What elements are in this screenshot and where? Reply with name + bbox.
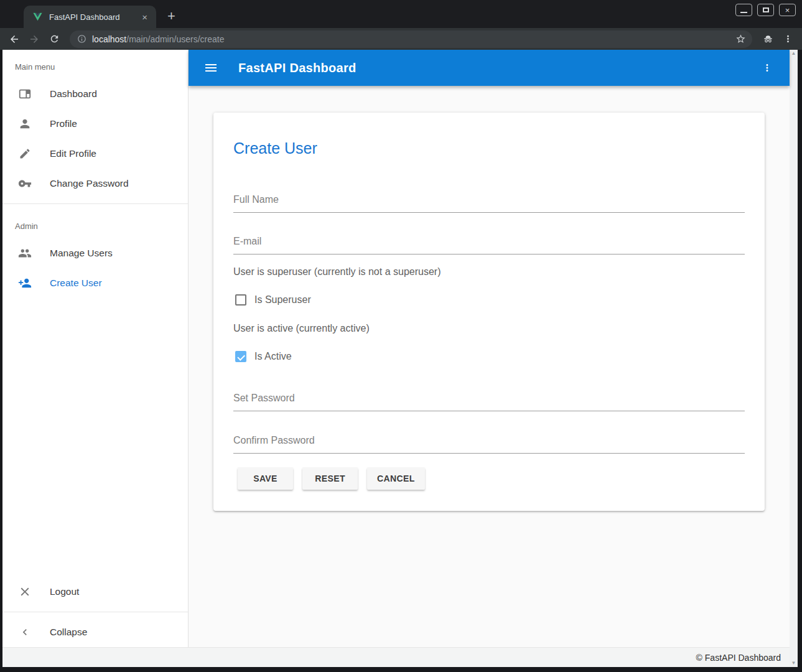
appbar: FastAPI Dashboard: [189, 50, 790, 86]
cancel-button[interactable]: CANCEL: [367, 467, 425, 490]
checkbox-label: Is Superuser: [254, 294, 311, 306]
browser-toolbar: localhost/main/admin/users/create: [0, 28, 802, 50]
sidebar-item-logout[interactable]: Logout: [2, 577, 188, 607]
dashboard-icon: [17, 86, 32, 101]
sidebar-section-main-menu: Main menu: [2, 50, 188, 79]
sidebar-item-label: Logout: [50, 586, 79, 597]
email-field: [233, 235, 745, 254]
tab-title: FastAPI Dashboard: [49, 12, 134, 22]
page-content: Create User User is superuser (currently…: [189, 86, 790, 647]
sidebar-item-edit-profile[interactable]: Edit Profile: [2, 139, 188, 169]
window-minimize-button[interactable]: [735, 4, 752, 16]
appbar-menu-button[interactable]: [756, 57, 778, 79]
url-path: /main/admin/users/create: [126, 34, 224, 44]
person-add-icon: [17, 276, 32, 291]
scroll-up-arrow[interactable]: ▲: [790, 50, 798, 57]
vertical-scrollbar[interactable]: ▲ ▼: [790, 50, 798, 667]
url-text[interactable]: localhost/main/admin/users/create: [92, 34, 730, 44]
chevron-left-icon: [17, 625, 32, 640]
page-info-icon[interactable]: [77, 34, 86, 44]
hamburger-menu-icon[interactable]: [200, 57, 222, 79]
app-viewport: Main menu Dashboard Profile Edit Profile: [2, 50, 790, 647]
window-maximize-button[interactable]: [757, 4, 774, 16]
set-password-input[interactable]: [233, 392, 745, 404]
pencil-icon: [17, 146, 32, 161]
window-close-button[interactable]: ×: [779, 4, 796, 16]
minimize-icon: [740, 12, 747, 13]
reset-button[interactable]: RESET: [302, 467, 358, 490]
forward-button[interactable]: [26, 31, 42, 47]
active-note: User is active (currently active): [233, 322, 745, 335]
confirm-password-input[interactable]: [233, 434, 745, 447]
close-icon: [17, 584, 32, 599]
vue-logo-icon: [32, 12, 44, 22]
appbar-title: FastAPI Dashboard: [238, 61, 357, 75]
sidebar-item-label: Collapse: [50, 627, 87, 638]
sidebar-item-label: Edit Profile: [50, 148, 96, 159]
is-superuser-checkbox[interactable]: [235, 294, 246, 306]
incognito-icon: [760, 31, 776, 47]
browser-titlebar: FastAPI Dashboard × + ×: [0, 0, 802, 28]
full-name-field: [233, 194, 745, 213]
form-actions: SAVE RESET CANCEL: [233, 467, 745, 490]
key-icon: [17, 176, 32, 191]
main-column: FastAPI Dashboard Create User User is su…: [189, 50, 790, 647]
sidebar-item-label: Dashboard: [50, 88, 97, 100]
sidebar-divider: [2, 612, 188, 612]
sidebar-item-label: Create User: [50, 278, 102, 289]
sidebar-spacer: [2, 298, 188, 577]
maximize-icon: [763, 7, 769, 12]
scroll-down-arrow[interactable]: ▼: [790, 660, 798, 667]
address-bar[interactable]: localhost/main/admin/users/create: [70, 30, 752, 48]
full-name-input[interactable]: [233, 194, 745, 206]
new-tab-button[interactable]: +: [167, 9, 175, 23]
people-icon: [17, 246, 32, 261]
person-icon: [17, 116, 32, 131]
sidebar-item-collapse[interactable]: Collapse: [2, 617, 188, 647]
footer-copyright: © FastAPI Dashboard: [696, 653, 781, 663]
bookmark-star-icon[interactable]: [735, 34, 746, 44]
sidebar-item-create-user[interactable]: Create User: [2, 268, 188, 298]
create-user-card: Create User User is superuser (currently…: [213, 113, 765, 511]
browser-menu-button[interactable]: [780, 31, 796, 47]
save-button[interactable]: SAVE: [238, 467, 293, 490]
set-password-field: [233, 392, 745, 411]
is-active-checkbox[interactable]: [235, 351, 246, 362]
window-controls: ×: [735, 4, 796, 16]
confirm-password-field: [233, 434, 745, 454]
page-title: Create User: [233, 139, 745, 157]
url-host: localhost: [92, 34, 126, 44]
sidebar-item-label: Change Password: [50, 178, 129, 189]
is-active-checkbox-row[interactable]: Is Active: [233, 349, 745, 364]
back-button[interactable]: [6, 31, 22, 47]
sidebar-item-label: Manage Users: [50, 248, 113, 259]
sidebar-divider: [2, 203, 188, 204]
tab-close-icon[interactable]: ×: [139, 12, 150, 22]
sidebar-item-dashboard[interactable]: Dashboard: [2, 79, 188, 109]
sidebar: Main menu Dashboard Profile Edit Profile: [2, 50, 189, 647]
browser-tab[interactable]: FastAPI Dashboard ×: [24, 6, 156, 28]
sidebar-section-admin: Admin: [2, 209, 188, 238]
sidebar-item-profile[interactable]: Profile: [2, 109, 188, 139]
sidebar-item-label: Profile: [50, 118, 77, 129]
checkbox-label: Is Active: [254, 351, 292, 362]
sidebar-item-manage-users[interactable]: Manage Users: [2, 238, 188, 268]
superuser-note: User is superuser (currently is not a su…: [233, 266, 745, 278]
email-input[interactable]: [233, 235, 745, 248]
sidebar-item-change-password[interactable]: Change Password: [2, 169, 188, 198]
is-superuser-checkbox-row[interactable]: Is Superuser: [233, 292, 745, 307]
reload-button[interactable]: [46, 31, 62, 47]
app-footer: © FastAPI Dashboard: [2, 647, 790, 667]
